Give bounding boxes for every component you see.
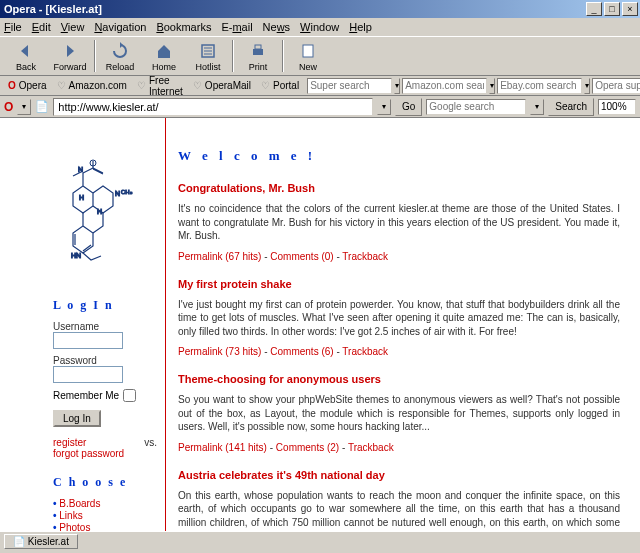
google-search-input[interactable]: [426, 99, 526, 115]
svg-text:CH₃: CH₃: [121, 189, 133, 195]
window-title: Opera - [Kiesler.at]: [2, 3, 584, 15]
trackback-link[interactable]: Trackback: [342, 251, 388, 262]
svg-text:HN: HN: [71, 252, 81, 259]
home-button[interactable]: Home: [142, 41, 186, 72]
page-icon: 📄: [35, 100, 49, 113]
forward-icon: [60, 41, 80, 61]
dropdown-icon[interactable]: ▾: [377, 99, 391, 115]
username-label: Username: [53, 321, 157, 332]
svg-rect-4: [253, 49, 263, 55]
reload-button[interactable]: Reload: [98, 41, 142, 72]
register-link[interactable]: register: [53, 437, 86, 448]
svg-rect-5: [255, 45, 261, 49]
address-input[interactable]: [53, 98, 373, 116]
menu-bar: File Edit View Navigation Bookmarks E-ma…: [0, 18, 640, 36]
svg-text:N: N: [115, 190, 120, 197]
list-item: Photos: [53, 522, 157, 531]
new-button[interactable]: New: [286, 41, 330, 72]
home-icon: [154, 41, 174, 61]
dropdown-icon[interactable]: ▾: [17, 99, 31, 115]
dropdown-icon[interactable]: ▾: [530, 99, 544, 115]
ebay-search-input[interactable]: [497, 78, 582, 94]
links-link[interactable]: Links: [59, 510, 82, 521]
status-tab[interactable]: 📄 Kiesler.at: [4, 534, 78, 549]
go-button[interactable]: Go: [395, 98, 422, 116]
choose-heading: C h o o s e: [53, 475, 157, 490]
status-bar: 📄 Kiesler.at: [0, 531, 640, 551]
menu-bookmarks[interactable]: Bookmarks: [156, 21, 211, 33]
search-button[interactable]: Search: [548, 98, 594, 116]
heart-icon: ♡: [193, 80, 202, 91]
password-input[interactable]: [53, 366, 123, 383]
menu-email[interactable]: E-mail: [221, 21, 252, 33]
svg-text:H: H: [79, 194, 84, 201]
bookmark-portal[interactable]: ♡Portal: [257, 79, 303, 92]
amazon-search-input[interactable]: [402, 78, 487, 94]
back-icon: [16, 41, 36, 61]
bookmark-freenet[interactable]: ♡Free Internet: [133, 74, 187, 98]
menu-window[interactable]: Window: [300, 21, 339, 33]
menu-navigation[interactable]: Navigation: [94, 21, 146, 33]
dropdown-icon[interactable]: ▾: [394, 78, 400, 94]
title-bar: Opera - [Kiesler.at] _ □ ×: [0, 0, 640, 18]
dropdown-icon[interactable]: ▾: [489, 78, 495, 94]
comments-link[interactable]: Comments (0): [270, 251, 333, 262]
forward-button[interactable]: Forward: [48, 41, 92, 72]
dropdown-icon[interactable]: ▾: [584, 78, 590, 94]
menu-news[interactable]: News: [263, 21, 291, 33]
super-search-input[interactable]: [307, 78, 392, 94]
comments-link[interactable]: Comments (6): [270, 346, 333, 357]
comments-link[interactable]: Comments (2): [276, 442, 339, 453]
main-content: W e l c o m e ! Congratulations, Mr. Bus…: [165, 118, 640, 531]
page-content: N N CH₃ HN H H L o g I n Username Passwo…: [0, 118, 640, 531]
bookmark-amazon[interactable]: ♡Amazon.com: [53, 79, 131, 92]
opera-icon: O: [8, 80, 16, 91]
post-title: Theme-choosing for anonymous users: [178, 373, 620, 385]
back-button[interactable]: Back: [4, 41, 48, 72]
print-button[interactable]: Print: [236, 41, 280, 72]
bookmark-operamail[interactable]: ♡OperaMail: [189, 79, 255, 92]
sidebar: N N CH₃ HN H H L o g I n Username Passwo…: [45, 118, 165, 531]
post-body: I've just bought my first can of protein…: [178, 298, 620, 339]
menu-help[interactable]: Help: [349, 21, 372, 33]
password-label: Password: [53, 355, 157, 366]
post-meta: Permalink (67 hits) - Comments (0) - Tra…: [178, 251, 620, 262]
minimize-button[interactable]: _: [586, 2, 602, 16]
bookmark-opera[interactable]: OOpera: [4, 79, 51, 92]
post-body: So you want to show your phpWebSite them…: [178, 393, 620, 434]
svg-rect-6: [303, 45, 313, 57]
heart-icon: ♡: [261, 80, 270, 91]
login-heading: L o g I n: [53, 298, 157, 313]
username-input[interactable]: [53, 332, 123, 349]
permalink-link[interactable]: Permalink (73 hits): [178, 346, 261, 357]
remember-checkbox[interactable]: [123, 389, 136, 402]
reload-icon: [110, 41, 130, 61]
zoom-input[interactable]: [598, 99, 636, 115]
welcome-heading: W e l c o m e !: [178, 148, 620, 164]
separator: [232, 40, 234, 72]
list-item: Links: [53, 510, 157, 521]
choose-list: B.Boards Links Photos Interests: [53, 498, 157, 531]
post-body: On this earth, whose population wants to…: [178, 489, 620, 532]
new-icon: [298, 41, 318, 61]
permalink-link[interactable]: Permalink (67 hits): [178, 251, 261, 262]
support-search-input[interactable]: [592, 78, 640, 94]
maximize-button[interactable]: □: [604, 2, 620, 16]
bookmark-bar: OOpera ♡Amazon.com ♡Free Internet ♡Opera…: [0, 76, 640, 96]
forgot-password-link[interactable]: forgot password: [53, 448, 124, 459]
login-button[interactable]: Log In: [53, 410, 101, 427]
opera-logo-icon: O: [4, 100, 13, 114]
photos-link[interactable]: Photos: [59, 522, 90, 531]
post-body: It's no coincidence that the colors of t…: [178, 202, 620, 243]
trackback-link[interactable]: Trackback: [348, 442, 394, 453]
menu-edit[interactable]: Edit: [32, 21, 51, 33]
bboards-link[interactable]: B.Boards: [59, 498, 100, 509]
permalink-link[interactable]: Permalink (141 hits): [178, 442, 267, 453]
hotlist-button[interactable]: Hotlist: [186, 41, 230, 72]
post-title: Congratulations, Mr. Bush: [178, 182, 620, 194]
menu-view[interactable]: View: [61, 21, 85, 33]
close-button[interactable]: ×: [622, 2, 638, 16]
trackback-link[interactable]: Trackback: [342, 346, 388, 357]
page-icon: 📄: [13, 536, 25, 547]
menu-file[interactable]: File: [4, 21, 22, 33]
